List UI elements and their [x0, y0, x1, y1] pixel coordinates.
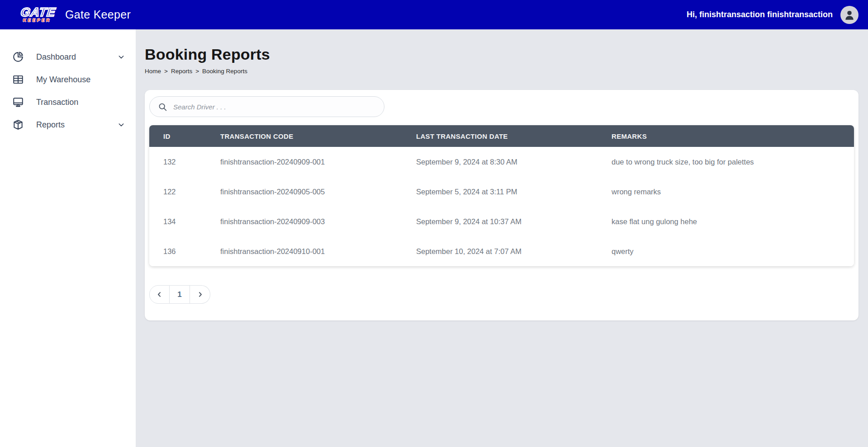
search-box [149, 96, 384, 117]
chevron-down-icon [118, 121, 125, 128]
column-header-id: ID [149, 125, 207, 147]
chevron-left-icon [156, 291, 163, 298]
cell-id: 134 [149, 207, 207, 236]
breadcrumb-separator: > [195, 68, 199, 75]
table-icon [12, 74, 24, 86]
logo-keeper-text: KEEPER [23, 18, 52, 23]
reports-card: ID TRANSACTION CODE LAST TRANSACTION DAT… [145, 90, 859, 320]
logo-gate-text: GATE [20, 7, 56, 18]
cell-transaction-code: finishtransaction-20240909-001 [207, 147, 403, 177]
breadcrumb: Home > Reports > Booking Reports [145, 68, 868, 75]
app-title: Gate Keeper [65, 8, 131, 21]
search-driver-input[interactable] [173, 103, 376, 111]
sidebar-item-reports[interactable]: Reports [0, 113, 136, 136]
pie-chart-icon [12, 51, 24, 63]
breadcrumb-home[interactable]: Home [145, 68, 161, 75]
breadcrumb-current: Booking Reports [202, 68, 247, 75]
cell-remarks: kase flat ung gulong hehe [598, 207, 854, 236]
column-header-last-transaction-date: LAST TRANSACTION DATE [403, 125, 598, 147]
app-header: GATE KEEPER Gate Keeper Hi, finishtransa… [0, 0, 868, 29]
app-logo[interactable]: GATE KEEPER [19, 7, 57, 23]
cell-remarks: qwerty [598, 236, 854, 266]
sidebar-item-dashboard[interactable]: Dashboard [0, 46, 136, 68]
table-header-row: ID TRANSACTION CODE LAST TRANSACTION DAT… [149, 125, 854, 147]
chevron-down-icon [118, 53, 125, 61]
table-body: 132 finishtransaction-20240909-001 Septe… [149, 147, 854, 266]
chevron-right-icon [197, 291, 204, 298]
cell-remarks: wrong remarks [598, 177, 854, 207]
pagination-next-button[interactable] [190, 285, 210, 304]
sidebar-item-label: Dashboard [36, 52, 76, 62]
table-row: 134 finishtransaction-20240909-003 Septe… [149, 207, 854, 236]
column-header-remarks: REMARKS [598, 125, 854, 147]
sidebar-item-transaction[interactable]: Transaction [0, 91, 136, 113]
cell-remarks: due to wrong truck size, too big for pal… [598, 147, 854, 177]
user-avatar[interactable] [840, 6, 859, 24]
cell-transaction-code: finishtransaction-20240909-003 [207, 207, 403, 236]
breadcrumb-reports[interactable]: Reports [171, 68, 192, 75]
cell-last-transaction-date: September 5, 2024 at 3:11 PM [403, 177, 598, 207]
pagination-prev-button[interactable] [149, 285, 170, 304]
sidebar-item-label: Reports [36, 120, 65, 130]
person-icon [844, 9, 855, 21]
cell-last-transaction-date: September 9, 2024 at 10:37 AM [403, 207, 598, 236]
page-title: Booking Reports [145, 46, 868, 63]
table-row: 122 finishtransaction-20240905-005 Septe… [149, 177, 854, 207]
user-greeting: Hi, finishtransaction finishtransaction [687, 10, 833, 19]
table-row: 132 finishtransaction-20240909-001 Septe… [149, 147, 854, 177]
cell-id: 132 [149, 147, 207, 177]
booking-reports-table: ID TRANSACTION CODE LAST TRANSACTION DAT… [149, 125, 854, 266]
main-content: Booking Reports Home > Reports > Booking… [136, 29, 868, 447]
cell-id: 122 [149, 177, 207, 207]
cell-last-transaction-date: September 9, 2024 at 8:30 AM [403, 147, 598, 177]
search-icon [158, 102, 167, 112]
cell-id: 136 [149, 236, 207, 266]
column-header-transaction-code: TRANSACTION CODE [207, 125, 403, 147]
sidebar-item-my-warehouse[interactable]: My Warehouse [0, 68, 136, 91]
table-row: 136 finishtransaction-20240910-001 Septe… [149, 236, 854, 266]
monitor-icon [12, 96, 24, 108]
cell-transaction-code: finishtransaction-20240905-005 [207, 177, 403, 207]
sidebar-item-label: My Warehouse [36, 75, 90, 85]
sidebar: Dashboard My Warehouse [0, 29, 136, 447]
cell-last-transaction-date: September 10, 2024 at 7:07 AM [403, 236, 598, 266]
cell-transaction-code: finishtransaction-20240910-001 [207, 236, 403, 266]
package-icon [12, 119, 24, 131]
sidebar-item-label: Transaction [36, 98, 78, 107]
breadcrumb-separator: > [164, 68, 168, 75]
pagination: 1 [149, 285, 210, 304]
pagination-page-1[interactable]: 1 [170, 285, 190, 304]
